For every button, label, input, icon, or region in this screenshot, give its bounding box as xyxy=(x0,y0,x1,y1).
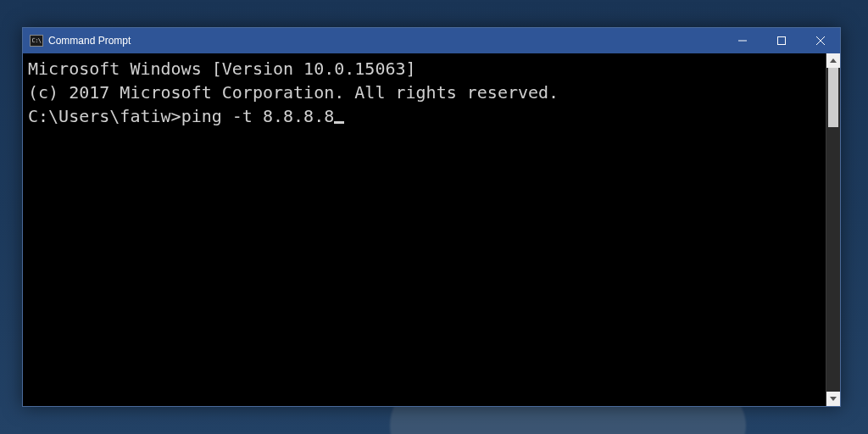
console-client-area: Microsoft Windows [Version 10.0.15063](c… xyxy=(23,53,840,406)
close-button[interactable] xyxy=(801,28,840,53)
command-prompt-window: C:\ Command Prompt xyxy=(22,27,841,407)
text-cursor xyxy=(334,121,344,124)
minimize-icon xyxy=(738,36,747,45)
output-line-copyright: (c) 2017 Microsoft Corporation. All righ… xyxy=(28,81,821,104)
vertical-scrollbar[interactable] xyxy=(826,53,840,406)
minimize-button[interactable] xyxy=(723,28,762,53)
svg-rect-1 xyxy=(778,37,786,45)
console-output[interactable]: Microsoft Windows [Version 10.0.15063](c… xyxy=(23,53,826,406)
typed-command: ping -t 8.8.8.8 xyxy=(181,106,335,126)
maximize-button[interactable] xyxy=(762,28,801,53)
desktop-background: C:\ Command Prompt xyxy=(0,0,868,434)
scroll-down-button[interactable] xyxy=(826,392,840,406)
titlebar[interactable]: C:\ Command Prompt xyxy=(23,28,840,53)
output-line-version: Microsoft Windows [Version 10.0.15063] xyxy=(28,57,821,81)
prompt-path: C:\Users\fatiw> xyxy=(28,106,181,126)
prompt-line: C:\Users\fatiw>ping -t 8.8.8.8 xyxy=(28,104,821,128)
cmd-app-icon: C:\ xyxy=(30,35,43,47)
scroll-thumb[interactable] xyxy=(828,68,838,127)
window-title: Command Prompt xyxy=(48,35,131,47)
close-icon xyxy=(816,36,825,45)
scroll-up-button[interactable] xyxy=(826,53,840,68)
titlebar-left: C:\ Command Prompt xyxy=(23,35,131,47)
maximize-icon xyxy=(777,36,786,45)
window-controls xyxy=(723,28,840,53)
